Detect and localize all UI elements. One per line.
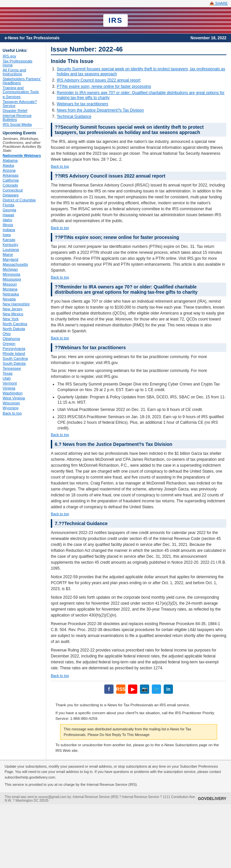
section-body-5: Tax pros: Here are some upcoming webinar…	[51, 354, 226, 366]
youtube-icon[interactable]: ▶	[128, 684, 137, 694]
sidebar-state-montana[interactable]: Montana	[3, 287, 43, 291]
sidebar-state-louisiana[interactable]: Louisiana	[3, 248, 43, 251]
sidebar-state-michigan[interactable]: Michigan	[3, 267, 43, 271]
sidebar-state-alaska[interactable]: Alaska	[3, 163, 43, 167]
sidebar-link-eservices[interactable]: e-Services	[3, 95, 43, 99]
sidebar-link-irb[interactable]: Internal Revenue Bulletins	[3, 114, 43, 121]
bullet-item-1: Quarterly Update: Program & Policy Updat…	[58, 394, 226, 406]
toc-item-5[interactable]: Webinars for tax practitioners	[57, 102, 108, 106]
sidebar-state-texas[interactable]: Texas	[3, 371, 43, 375]
sidebar-state-florida[interactable]: Florida	[3, 203, 43, 207]
sidebar-state-hawaii[interactable]: Hawaii	[3, 213, 43, 217]
content-area: Issue Number: 2022-46 Inside This Issue …	[46, 42, 231, 760]
share-button[interactable]: 📤 SHARE	[209, 1, 228, 5]
sidebar-state-wisconsin[interactable]: Wisconsin	[3, 401, 43, 405]
sidebar-state-tennessee[interactable]: Tennessee	[3, 366, 43, 370]
top-bar: 📤 SHARE	[0, 0, 231, 7]
rss-icon[interactable]: RSS	[116, 684, 125, 694]
toc-item-3[interactable]: PTINs expire soon; renew online for fast…	[57, 84, 151, 89]
instagram-icon[interactable]: 📷	[140, 684, 149, 694]
sidebar-state-new-jersey[interactable]: New Jersey	[3, 307, 43, 311]
back-to-top-1[interactable]: Back to top	[51, 164, 226, 168]
sidebar-state-illinois[interactable]: Illinois	[3, 223, 43, 227]
sidebar-link-social[interactable]: IRS Social Media	[3, 122, 43, 126]
toc-item-2[interactable]: IRS Advisory Council issues 2022 annual …	[57, 78, 140, 83]
sidebar-state-missouri[interactable]: Missouri	[3, 282, 43, 286]
email-sent-info: This email was sent to xxxxxx@gmail.com …	[5, 795, 198, 802]
sidebar-state-oklahoma[interactable]: Oklahoma	[3, 337, 43, 341]
section-bullets-5: The IRS Security Summit presents Deeper …	[51, 381, 226, 431]
sidebar-state-alabama[interactable]: Alabama	[3, 158, 43, 162]
body-item-2: Notice 2022-59 sets forth updates on the…	[51, 594, 226, 618]
sidebar-state-north-dakota[interactable]: North Dakota	[3, 327, 43, 331]
sidebar-state-district-of-columbia[interactable]: District of Columbia	[3, 198, 43, 202]
sidebar-state-mississippi[interactable]: Mississippi	[3, 277, 43, 281]
sidebar-state-kentucky[interactable]: Kentucky	[3, 243, 43, 247]
back-to-top-6[interactable]: Back to top	[51, 512, 226, 516]
sidebar-state-connecticut[interactable]: Connecticut	[3, 188, 43, 192]
sidebar-state-west-virginia[interactable]: West Virginia	[3, 396, 43, 400]
sidebar-state-oregon[interactable]: Oregon	[3, 342, 43, 346]
sidebar-nationwide-webinars[interactable]: Nationwide Webinars	[3, 153, 43, 157]
back-to-top-7[interactable]: Back to top	[51, 674, 226, 678]
irs-logo: IRS	[103, 14, 128, 27]
facebook-icon[interactable]: f	[104, 684, 113, 694]
sidebar-state-indiana[interactable]: Indiana	[3, 228, 43, 232]
toc-item-7[interactable]: Technical Guidance	[57, 114, 91, 119]
sidebar: Useful Links: IRS.gov Tax Professionals …	[0, 42, 46, 760]
sidebar-state-arkansas[interactable]: Arkansas	[3, 173, 43, 177]
sidebar-state-arizona[interactable]: Arizona	[3, 168, 43, 172]
toc-item-1[interactable]: Security Summit focuses special week on …	[57, 67, 225, 76]
sidebar-state-iowa[interactable]: Iowa	[3, 233, 43, 237]
section-body-4: If you have clients age 70? or older who…	[51, 298, 226, 334]
back-to-top-2[interactable]: Back to top	[51, 226, 226, 230]
sidebar-link-taxpayer-advocate[interactable]: Taxpayer Advocate?Service	[3, 100, 43, 107]
sidebar-state-minnesota[interactable]: Minnesota	[3, 272, 43, 276]
back-to-top-4[interactable]: Back to top	[51, 336, 226, 340]
sidebar-state-utah[interactable]: Utah	[3, 376, 43, 380]
sidebar-state-georgia[interactable]: Georgia	[3, 208, 43, 212]
back-to-top-3[interactable]: Back to top	[51, 275, 226, 279]
linkedin-icon[interactable]: in	[164, 684, 173, 694]
section-heading-5: ??Webinars for tax practitioners	[51, 343, 226, 352]
sidebar-state-colorado[interactable]: Colorado	[3, 183, 43, 187]
sidebar-state-washington[interactable]: Washington	[3, 391, 43, 395]
sidebar-link-training[interactable]: Training and Communication Tools	[3, 86, 43, 94]
section-heading-6: 6.? News from the Justice Department?s T…	[51, 440, 226, 448]
sidebar-state-north-carolina[interactable]: North Carolina	[3, 322, 43, 326]
sidebar-state-ohio[interactable]: Ohio	[3, 332, 43, 336]
sidebar-state-nebraska[interactable]: Nebraska	[3, 292, 43, 296]
sidebar-state-pennsylvania[interactable]: Pennsylvania	[3, 346, 43, 350]
sidebar-state-maryland[interactable]: Maryland	[3, 257, 43, 261]
sidebar-state-california[interactable]: California	[3, 178, 43, 182]
sidebar-state-virginia[interactable]: Virginia	[3, 386, 43, 390]
sidebar-link-forms[interactable]: All Forms and Instructions	[3, 68, 43, 76]
sidebar-state-wyoming[interactable]: Wyoming	[3, 406, 43, 410]
sidebar-state-south-carolina[interactable]: South Carolina	[3, 356, 43, 361]
sidebar-state-kansas[interactable]: Kansas	[3, 238, 43, 242]
sidebar-state-south-dakota[interactable]: South Dakota	[3, 362, 43, 365]
sidebar-state-new-york[interactable]: New York	[3, 317, 43, 321]
sidebar-state-maine[interactable]: Maine	[3, 252, 43, 256]
sidebar-state-rhode-island[interactable]: Rhode Island	[3, 351, 43, 355]
sidebar-state-new-hampshire[interactable]: New Hampshire	[3, 302, 43, 306]
sidebar-state-idaho[interactable]: Idaho	[3, 218, 43, 222]
sidebar-state-nevada[interactable]: Nevada	[3, 297, 43, 301]
twitter-icon[interactable]: 🐦	[152, 684, 161, 694]
sidebar-state-massachusetts[interactable]: Massachusetts	[3, 262, 43, 266]
sidebar-link-disaster[interactable]: Disaster Relief	[3, 108, 43, 113]
sidebar-state-vermont[interactable]: Vermont	[3, 381, 43, 385]
sidebar-state-new-mexico[interactable]: New Mexico	[3, 312, 43, 316]
footer-text: Thank you for subscribing to e-News for …	[51, 700, 226, 756]
sidebar-link-taxpro-home[interactable]: Tax Professionals Home	[3, 59, 43, 67]
sidebar-link-irsgov[interactable]: IRS.gov	[3, 54, 43, 58]
events-subtitle: Seminars, Workshops, Conferences, and ot…	[3, 136, 43, 153]
sidebar-back-to-top[interactable]: Back to top	[3, 411, 43, 415]
toc-item-4[interactable]: Reminder to IRA owners age 70? or older:…	[57, 90, 224, 100]
sidebar-link-stakeholders[interactable]: Stakeholders Partners' Headliners	[3, 77, 43, 85]
govdelivery-logo: GOVDELIVERY	[198, 796, 226, 801]
footer-line1: Thank you for subscribing to e-News for …	[56, 702, 222, 708]
sidebar-state-delaware[interactable]: Delaware	[3, 193, 43, 197]
back-to-top-5[interactable]: Back to top	[51, 433, 226, 437]
toc-item-6[interactable]: News from the Justice Department?s Tax D…	[57, 108, 144, 113]
